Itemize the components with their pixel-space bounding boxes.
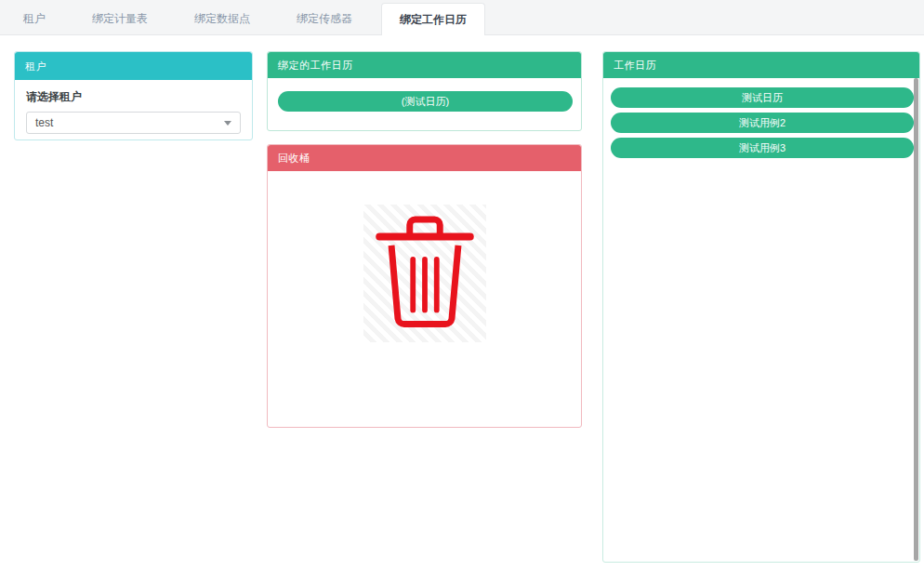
tenant-select[interactable]: test [26,112,241,134]
trash-drop-zone[interactable] [363,205,486,342]
recycle-bin-panel-title: 回收桶 [268,145,581,171]
tab[interactable]: 绑定数据点 [177,3,268,34]
chevron-down-icon [224,121,231,126]
recycle-bin-panel: 回收桶 [267,144,582,428]
bound-calendar-list: (测试日历) [268,78,581,125]
tenant-panel-body: 请选择租户 test [15,80,252,143]
bound-calendar-panel: 绑定的工作日历 (测试日历) [267,51,582,131]
work-calendar-list: 测试日历 测试用例2 测试用例3 [603,78,919,563]
tab[interactable]: 绑定工作日历 [381,3,485,35]
tenant-panel-title: 租户 [15,52,252,80]
recycle-bin-body [268,171,581,342]
tab[interactable]: 绑定计量表 [74,3,165,34]
work-calendar-panel-title: 工作日历 [603,52,919,78]
work-calendar-item[interactable]: 测试日历 [611,87,914,108]
work-calendar-item[interactable]: 测试用例3 [611,138,914,158]
tab[interactable]: 绑定传感器 [279,3,370,34]
scrollbar[interactable] [914,78,918,561]
tenant-select-label: 请选择租户 [26,89,241,105]
work-calendar-item[interactable]: 测试用例2 [611,113,914,133]
bound-calendar-item[interactable]: (测试日历) [278,91,573,112]
work-calendar-panel: 工作日历 测试日历 测试用例2 测试用例3 [602,51,920,563]
tab-bar: 租户 绑定计量表 绑定数据点 绑定传感器 绑定工作日历 [0,0,924,35]
tab[interactable]: 租户 [6,3,63,34]
trash-icon [371,210,479,337]
tenant-select-value: test [35,116,53,129]
bound-calendar-panel-title: 绑定的工作日历 [268,52,581,78]
tenant-panel: 租户 请选择租户 test [14,51,253,140]
